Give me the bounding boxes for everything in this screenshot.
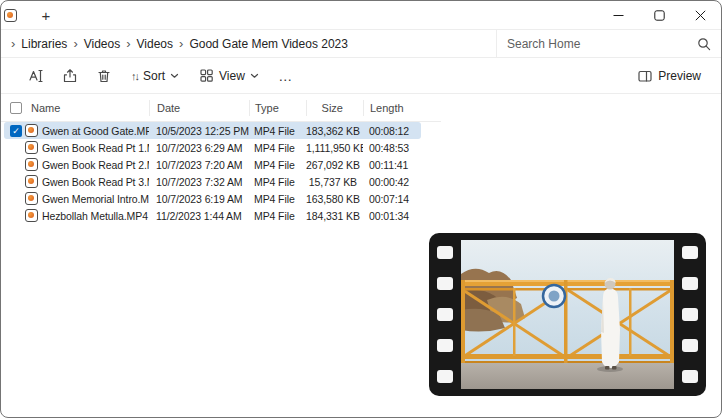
search-input[interactable] xyxy=(507,37,697,51)
rename-button[interactable] xyxy=(21,62,51,90)
breadcrumb: ›Libraries›Videos›Videos›Good Gate Mem V… xyxy=(1,30,496,57)
video-preview-filmstrip[interactable] xyxy=(429,233,706,396)
mp4-file-icon xyxy=(25,192,38,205)
tab-file-icon xyxy=(4,9,17,22)
mp4-file-icon xyxy=(25,175,38,188)
column-header-date[interactable]: Date xyxy=(149,100,249,116)
file-size: 163,580 KB xyxy=(306,193,363,205)
file-date: 10/7/2023 7:20 AM xyxy=(149,159,249,171)
mp4-file-icon xyxy=(25,158,38,171)
breadcrumb-item[interactable]: Libraries xyxy=(17,35,71,53)
toolbar: ↑↓ Sort View … Preview xyxy=(1,58,721,94)
filmstrip-hole xyxy=(682,277,698,290)
view-grid-icon xyxy=(199,68,214,83)
preview-image xyxy=(461,240,674,389)
file-size: 267,092 KB xyxy=(306,159,363,171)
file-row[interactable]: Gwen Memorial Intro.MP410/7/2023 6:19 AM… xyxy=(1,190,441,207)
file-size: 184,331 KB xyxy=(306,210,363,222)
file-length: 00:07:14 xyxy=(363,193,423,205)
file-name: Gwen Book Read Pt 2.MP4 xyxy=(38,159,149,171)
filmstrip-hole xyxy=(437,370,453,383)
file-type: MP4 File xyxy=(249,159,306,171)
sort-button[interactable]: ↑↓ Sort xyxy=(123,62,187,90)
search-icon xyxy=(697,37,711,51)
column-header-name[interactable]: Name xyxy=(22,100,149,116)
filmstrip-hole xyxy=(437,308,453,321)
breadcrumb-item[interactable]: Videos xyxy=(133,35,177,53)
chevron-down-icon xyxy=(170,73,179,79)
file-type: MP4 File xyxy=(249,176,306,188)
sort-arrows-icon: ↑↓ xyxy=(131,70,138,82)
file-name: Gwen Memorial Intro.MP4 xyxy=(38,193,149,205)
file-explorer-window: + ›Libraries›Videos›Videos›Good Gate Mem… xyxy=(0,0,722,418)
filmstrip-hole xyxy=(682,339,698,352)
file-type: MP4 File xyxy=(249,142,306,154)
trash-icon xyxy=(96,68,112,84)
column-header-length[interactable]: Length xyxy=(363,100,423,116)
file-name: Gwen Book Read Pt 1.MP4 xyxy=(38,142,149,154)
breadcrumb-chevron-icon: › xyxy=(177,36,185,51)
close-button[interactable] xyxy=(680,1,721,29)
preview-pane-icon xyxy=(637,68,653,84)
new-tab-button[interactable]: + xyxy=(33,4,59,26)
column-header-size[interactable]: Size xyxy=(306,100,363,116)
file-row[interactable]: Gwen Book Read Pt 1.MP410/7/2023 6:29 AM… xyxy=(1,139,441,156)
file-row[interactable]: ✓Gwen at Good Gate.MP410/5/2023 12:25 PM… xyxy=(1,122,441,139)
row-checkbox[interactable]: ✓ xyxy=(10,125,22,137)
sort-label: Sort xyxy=(143,69,165,83)
file-length: 00:00:42 xyxy=(363,176,423,188)
filmstrip-hole xyxy=(682,246,698,259)
file-size: 1,111,950 KB xyxy=(306,142,363,154)
file-name: Gwen Book Read Pt 3.MP4 xyxy=(38,176,149,188)
breadcrumb-chevron-icon: › xyxy=(71,36,79,51)
filmstrip-hole xyxy=(437,339,453,352)
file-date: 10/7/2023 7:32 AM xyxy=(149,176,249,188)
ellipsis-icon: … xyxy=(278,68,293,84)
minimize-button[interactable] xyxy=(598,1,639,29)
chevron-down-icon xyxy=(250,73,259,79)
rename-icon xyxy=(28,68,44,84)
mp4-file-icon xyxy=(25,209,38,222)
more-options-button[interactable]: … xyxy=(271,62,301,90)
view-button[interactable]: View xyxy=(191,62,267,90)
breadcrumb-item[interactable]: Good Gate Mem Videos 2023 xyxy=(185,35,352,53)
minimize-icon xyxy=(613,10,624,21)
delete-button[interactable] xyxy=(89,62,119,90)
column-headers: NameDateTypeSizeLength xyxy=(1,94,441,122)
file-name: Gwen at Good Gate.MP4 xyxy=(38,125,149,137)
filmstrip-hole xyxy=(437,246,453,259)
file-name: Hezbollah Metulla.MP4 xyxy=(38,210,149,222)
preview-label: Preview xyxy=(658,69,701,83)
search-box[interactable] xyxy=(496,30,721,57)
file-date: 10/5/2023 12:25 PM xyxy=(149,125,249,137)
file-list: NameDateTypeSizeLength ✓Gwen at Good Gat… xyxy=(1,94,441,224)
mp4-file-icon xyxy=(25,124,38,137)
file-size: 15,737 KB xyxy=(306,176,363,188)
breadcrumb-item[interactable]: Videos xyxy=(80,35,124,53)
file-size: 183,362 KB xyxy=(306,125,363,137)
file-row[interactable]: Hezbollah Metulla.MP411/2/2023 1:44 AMMP… xyxy=(1,207,441,224)
select-all-checkbox[interactable] xyxy=(10,102,22,114)
column-header-type[interactable]: Type xyxy=(249,100,306,116)
file-type: MP4 File xyxy=(249,193,306,205)
file-row[interactable]: Gwen Book Read Pt 3.MP410/7/2023 7:32 AM… xyxy=(1,173,441,190)
preview-button[interactable]: Preview xyxy=(629,62,709,90)
file-length: 00:11:41 xyxy=(363,159,423,171)
filmstrip-hole xyxy=(437,277,453,290)
file-date: 10/7/2023 6:29 AM xyxy=(149,142,249,154)
file-row[interactable]: Gwen Book Read Pt 2.MP410/7/2023 7:20 AM… xyxy=(1,156,441,173)
mp4-file-icon xyxy=(25,141,38,154)
view-label: View xyxy=(219,69,245,83)
file-type: MP4 File xyxy=(249,210,306,222)
maximize-button[interactable] xyxy=(639,1,680,29)
share-icon xyxy=(62,68,78,84)
maximize-icon xyxy=(654,10,665,21)
breadcrumb-chevron-icon: › xyxy=(124,36,132,51)
file-length: 00:48:53 xyxy=(363,142,423,154)
video-preview-frame xyxy=(461,240,674,389)
file-length: 00:01:34 xyxy=(363,210,423,222)
share-button[interactable] xyxy=(55,62,85,90)
file-length: 00:08:12 xyxy=(363,125,423,137)
titlebar: + xyxy=(1,1,721,30)
file-type: MP4 File xyxy=(249,125,306,137)
